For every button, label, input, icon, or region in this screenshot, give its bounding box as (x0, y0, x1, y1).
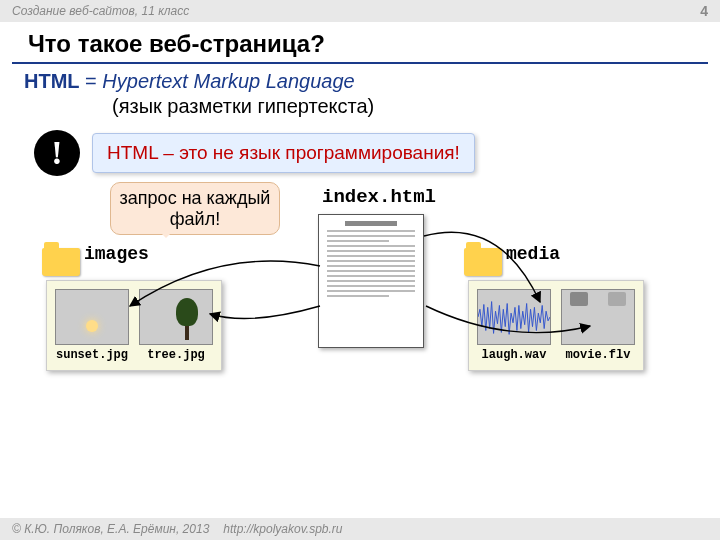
exclamation-icon: ! (34, 130, 80, 176)
thumb-tree: tree.jpg (139, 289, 213, 362)
html-full: Hypertext Markup Language (102, 70, 354, 92)
wave-image (477, 289, 551, 345)
folder-media (464, 248, 502, 276)
header-bar: Создание веб-сайтов, 11 класс 4 (0, 0, 720, 22)
thumb-movie: movie.flv (561, 289, 635, 362)
request-bubble: запрос на каждый файл! (110, 182, 280, 235)
html-abbr: HTML (24, 70, 80, 92)
html-definition: HTML = Hypertext Markup Language (0, 64, 720, 93)
footer-url: http://kpolyakov.spb.ru (223, 522, 342, 536)
document-icon (318, 214, 424, 348)
index-file-label: index.html (322, 186, 436, 208)
copyright: © К.Ю. Поляков, Е.А. Ерёмин, 2013 (12, 522, 209, 536)
page-number: 4 (700, 3, 708, 19)
folder-images-label: images (84, 244, 144, 264)
folder-images (42, 248, 80, 276)
html-subtitle: (язык разметки гипертекста) (0, 93, 720, 124)
tree-image (139, 289, 213, 345)
movie-caption: movie.flv (566, 348, 631, 362)
folder-media-label: media (506, 244, 560, 264)
media-panel: laugh.wav movie.flv (468, 280, 644, 371)
thumb-sunset: sunset.jpg (55, 289, 129, 362)
images-panel: sunset.jpg tree.jpg (46, 280, 222, 371)
course-label: Создание веб-сайтов, 11 класс (12, 4, 189, 18)
page-title: Что такое веб-страница? (12, 22, 708, 64)
laugh-caption: laugh.wav (482, 348, 547, 362)
warning-row: ! HTML – это не язык программирования! (34, 130, 720, 176)
thumb-laugh: laugh.wav (477, 289, 551, 362)
folder-icon (42, 248, 80, 276)
diagram-canvas: запрос на каждый файл! index.html images… (0, 176, 720, 456)
sunset-image (55, 289, 129, 345)
tree-caption: tree.jpg (147, 348, 205, 362)
equals: = (80, 70, 103, 92)
folder-icon (464, 248, 502, 276)
warning-box: HTML – это не язык программирования! (92, 133, 475, 173)
sunset-caption: sunset.jpg (56, 348, 128, 362)
fire-image (561, 289, 635, 345)
footer-bar: © К.Ю. Поляков, Е.А. Ерёмин, 2013 http:/… (0, 518, 720, 540)
